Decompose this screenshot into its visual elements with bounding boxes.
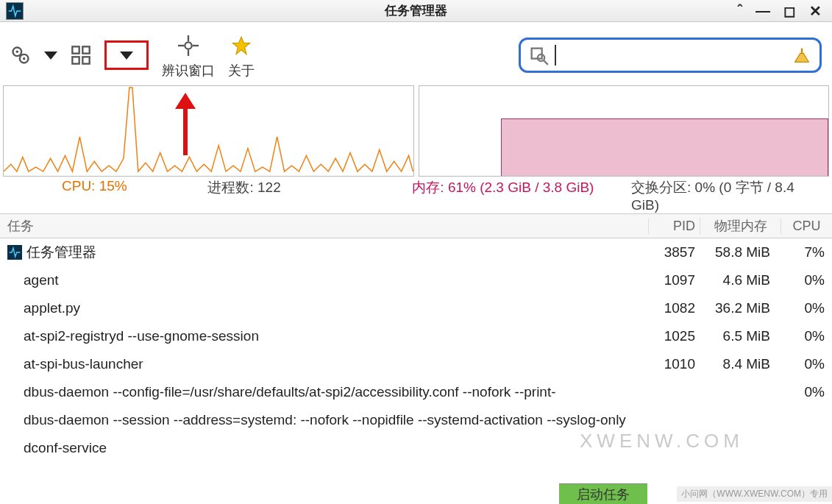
swap-stat: 交换分区: 0% (0 字节 / 8.4 GiB) xyxy=(631,178,829,213)
svg-point-3 xyxy=(23,57,25,60)
cpu-cell: 0% xyxy=(781,356,832,372)
task-name: dconf-service xyxy=(24,440,107,456)
process-stat: 进程数: 122 xyxy=(207,178,412,213)
identify-window-label: 辨识窗口 xyxy=(162,62,215,79)
mem-cell: 4.6 MiB xyxy=(700,272,781,288)
cpu-cell: 0% xyxy=(781,272,832,288)
identify-window-button[interactable]: 辨识窗口 xyxy=(162,26,215,84)
task-cell: at-spi2-registryd --use-gnome-session xyxy=(7,328,648,344)
col-cpu[interactable]: CPU xyxy=(781,219,832,234)
svg-rect-14 xyxy=(532,49,542,59)
table-header: 任务 PID 物理内存 CPU xyxy=(0,213,832,238)
table-row[interactable]: at-spi-bus-launcher10108.4 MiB0% xyxy=(0,350,832,378)
pid-cell: 1025 xyxy=(648,328,700,344)
mem-cell: 36.2 MiB xyxy=(700,300,781,316)
task-cell: 任务管理器 xyxy=(7,243,648,262)
mem-cell: 8.4 MiB xyxy=(700,356,781,372)
task-manager-icon xyxy=(7,245,22,260)
col-pid[interactable]: PID xyxy=(648,219,700,234)
footer: 启动任务 小问网（WWW.XWENW.COM）专用 xyxy=(0,483,832,504)
maximize-button[interactable]: ◻ xyxy=(783,2,796,20)
task-cell: agent xyxy=(7,272,648,288)
settings-menu[interactable] xyxy=(10,26,31,84)
memory-stat: 内存: 61% (2.3 GiB / 3.8 GiB) xyxy=(412,178,631,213)
settings-dropdown[interactable] xyxy=(44,26,57,84)
svg-rect-4 xyxy=(72,46,79,53)
svg-rect-7 xyxy=(82,57,89,63)
svg-point-8 xyxy=(185,42,191,49)
app-icon xyxy=(6,2,24,20)
window-title: 任务管理器 xyxy=(0,2,832,19)
svg-rect-5 xyxy=(82,46,89,53)
pid-cell: 1010 xyxy=(648,356,700,372)
table-row[interactable]: dbus-daemon --session --address=systemd:… xyxy=(0,406,832,434)
task-name: 任务管理器 xyxy=(26,243,96,262)
star-icon xyxy=(231,35,252,56)
task-cell: at-spi-bus-launcher xyxy=(7,356,648,372)
table-row[interactable]: dbus-daemon --config-file=/usr/share/def… xyxy=(0,378,832,406)
cpu-graph xyxy=(3,85,414,177)
rollup-button[interactable]: ˆ xyxy=(737,2,742,20)
svg-rect-6 xyxy=(72,57,79,63)
pid-cell: 1082 xyxy=(648,300,700,316)
graphs-row xyxy=(0,85,832,177)
start-task-button[interactable]: 启动任务 xyxy=(559,483,647,505)
chevron-down-icon xyxy=(44,52,57,60)
crosshair-icon xyxy=(178,35,199,56)
about-button[interactable]: 关于 xyxy=(228,26,255,84)
table-row[interactable]: dconf-service xyxy=(0,434,832,462)
col-memory[interactable]: 物理内存 xyxy=(700,217,781,235)
search-box[interactable] xyxy=(519,38,822,73)
table-row[interactable]: at-spi2-registryd --use-gnome-session102… xyxy=(0,322,832,350)
chevron-down-icon xyxy=(120,52,133,60)
grid-icon xyxy=(71,45,91,65)
task-cell: dbus-daemon --session --address=systemd:… xyxy=(7,412,648,428)
toolbar: 辨识窗口 关于 xyxy=(0,22,832,85)
title-bar: 任务管理器 ˆ — ◻ ✕ xyxy=(0,0,832,22)
pid-cell: 1097 xyxy=(648,272,700,288)
cpu-stat: CPU: 15% xyxy=(3,178,207,213)
cpu-cell: 0% xyxy=(781,328,832,344)
mem-cell: 6.5 MiB xyxy=(700,328,781,344)
minimize-button[interactable]: — xyxy=(755,2,770,20)
table-row[interactable]: 任务管理器385758.8 MiB7% xyxy=(0,238,832,266)
task-cell: applet.py xyxy=(7,300,648,316)
view-dropdown[interactable] xyxy=(104,26,149,84)
cpu-cell: 7% xyxy=(781,244,832,260)
close-button[interactable]: ✕ xyxy=(809,2,822,20)
svg-line-16 xyxy=(544,60,548,65)
task-cell: dconf-service xyxy=(7,440,648,456)
text-cursor xyxy=(555,45,556,65)
task-name: applet.py xyxy=(24,300,80,316)
task-name: dbus-daemon --config-file=/usr/share/def… xyxy=(24,384,556,400)
search-input[interactable] xyxy=(562,40,786,71)
col-task[interactable]: 任务 xyxy=(0,217,648,235)
watermark-small: 小问网（WWW.XWENW.COM）专用 xyxy=(677,486,832,502)
stats-row: CPU: 15% 进程数: 122 内存: 61% (2.3 GiB / 3.8… xyxy=(0,177,832,213)
cpu-cell: 0% xyxy=(781,300,832,316)
memory-graph xyxy=(419,85,830,177)
view-mode-button[interactable] xyxy=(71,26,91,84)
task-name: dbus-daemon --session --address=systemd:… xyxy=(24,412,626,428)
task-cell: dbus-daemon --config-file=/usr/share/def… xyxy=(7,384,648,400)
memory-fill-area xyxy=(501,118,828,176)
gears-icon xyxy=(10,45,31,65)
svg-point-2 xyxy=(16,51,18,54)
cpu-cell: 0% xyxy=(781,384,832,400)
task-name: at-spi2-registryd --use-gnome-session xyxy=(24,328,259,344)
search-icon xyxy=(528,45,549,65)
pid-cell: 3857 xyxy=(648,244,700,260)
svg-marker-13 xyxy=(232,37,249,54)
table-row[interactable]: agent10974.6 MiB0% xyxy=(0,266,832,294)
clear-search-icon[interactable] xyxy=(792,45,812,65)
process-table: 任务管理器385758.8 MiB7%agent10974.6 MiB0%app… xyxy=(0,238,832,462)
mem-cell: 58.8 MiB xyxy=(700,244,781,260)
highlighted-dropdown[interactable] xyxy=(104,40,149,70)
task-name: at-spi-bus-launcher xyxy=(24,356,143,372)
task-name: agent xyxy=(24,272,59,288)
table-row[interactable]: applet.py108236.2 MiB0% xyxy=(0,294,832,322)
about-label: 关于 xyxy=(228,62,255,79)
